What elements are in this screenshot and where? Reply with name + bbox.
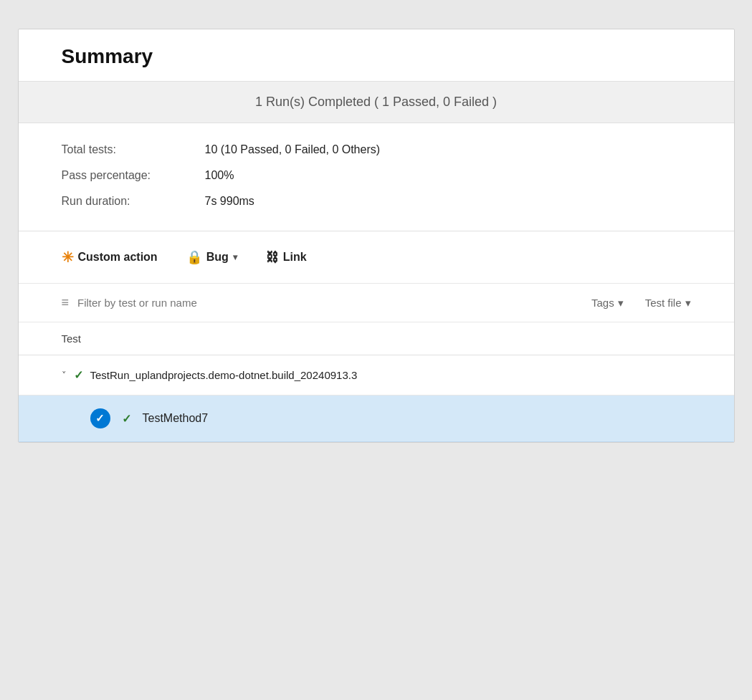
page-title: Summary: [62, 45, 691, 68]
link-icon: ⛓: [266, 250, 279, 265]
test-run-row[interactable]: ˅ ✓ TestRun_uplandprojects.demo-dotnet.b…: [19, 355, 734, 395]
run-status-bar: 1 Run(s) Completed ( 1 Passed, 0 Failed …: [19, 82, 734, 123]
total-tests-row: Total tests: 10 (10 Passed, 0 Failed, 0 …: [62, 143, 691, 156]
run-status-text: 1 Run(s) Completed ( 1 Passed, 0 Failed …: [255, 95, 497, 109]
total-tests-value: 10 (10 Passed, 0 Failed, 0 Others): [205, 143, 381, 156]
test-file-chevron-icon: ▾: [685, 297, 691, 310]
pass-check-icon: ✓: [74, 368, 83, 382]
summary-header: Summary: [19, 29, 734, 82]
bug-label: Bug: [206, 251, 229, 264]
main-container: Summary 1 Run(s) Completed ( 1 Passed, 0…: [18, 29, 735, 443]
tags-label: Tags: [591, 297, 614, 309]
expand-chevron-icon[interactable]: ˅: [62, 370, 67, 380]
custom-action-button[interactable]: ✳ Custom action: [62, 246, 158, 269]
checkmark-icon: ✓: [95, 412, 105, 425]
filter-input[interactable]: [77, 297, 591, 309]
custom-action-label: Custom action: [78, 251, 158, 264]
pass-pct-value: 100%: [205, 169, 234, 182]
test-method-name: TestMethod7: [143, 412, 209, 425]
stats-section: Total tests: 10 (10 Passed, 0 Failed, 0 …: [19, 123, 734, 231]
pass-pct-label: Pass percentage:: [62, 169, 205, 182]
actions-bar: ✳ Custom action 🔒 Bug ▾ ⛓ Link: [19, 231, 734, 284]
asterisk-icon: ✳: [62, 249, 74, 266]
run-duration-value: 7s 990ms: [205, 195, 254, 208]
bug-chevron-icon: ▾: [233, 252, 237, 262]
selected-indicator: ✓: [90, 408, 110, 428]
total-tests-label: Total tests:: [62, 143, 205, 156]
link-button[interactable]: ⛓ Link: [266, 247, 307, 268]
test-file-dropdown-button[interactable]: Test file ▾: [645, 297, 691, 310]
bug-button[interactable]: 🔒 Bug ▾: [186, 246, 237, 268]
table-header: Test: [19, 322, 734, 355]
test-run-name: TestRun_uplandprojects.demo-dotnet.build…: [90, 369, 358, 381]
bug-icon: 🔒: [186, 249, 202, 265]
test-pass-check-icon: ✓: [122, 412, 131, 426]
tags-chevron-icon: ▾: [618, 297, 624, 310]
run-duration-label: Run duration:: [62, 195, 205, 208]
tags-dropdown-button[interactable]: Tags ▾: [591, 297, 624, 310]
link-label: Link: [283, 251, 307, 264]
run-duration-row: Run duration: 7s 990ms: [62, 195, 691, 208]
column-test-label: Test: [62, 332, 82, 345]
test-file-label: Test file: [645, 297, 682, 309]
filter-tags: Tags ▾ Test file ▾: [591, 297, 691, 310]
filter-icon: ≡: [62, 295, 70, 310]
pass-pct-row: Pass percentage: 100%: [62, 169, 691, 182]
filter-bar: ≡ Tags ▾ Test file ▾: [19, 284, 734, 322]
test-method-row[interactable]: ✓ ✓ TestMethod7: [19, 395, 734, 442]
